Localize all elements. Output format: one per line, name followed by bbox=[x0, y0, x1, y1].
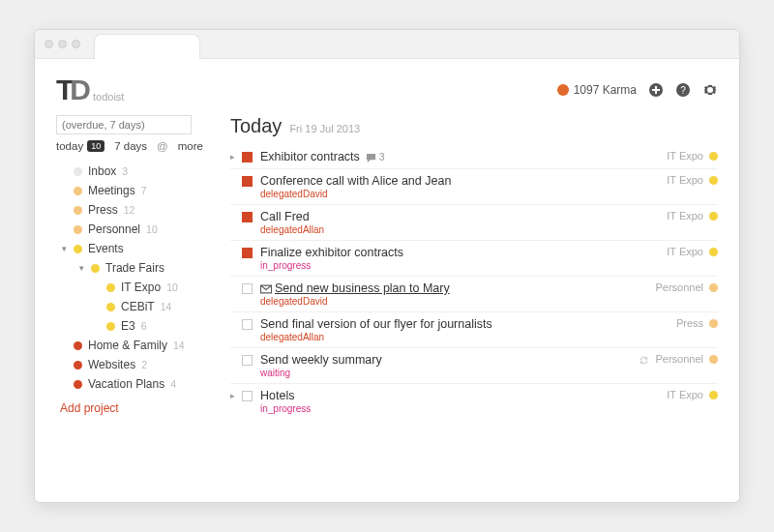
karma-indicator[interactable]: 1097 Karma bbox=[557, 83, 637, 97]
task-project-label: IT Expo bbox=[667, 150, 703, 162]
sidebar-item-trade-fairs[interactable]: ▾Trade Fairs bbox=[56, 258, 221, 278]
mail-icon bbox=[260, 281, 275, 295]
app-window: TD todoist 1097 Karma ? bbox=[34, 29, 740, 503]
sidebar-item-meetings[interactable]: Meetings7 bbox=[56, 181, 221, 200]
sidebar-item-home-family[interactable]: Home & Family14 bbox=[56, 336, 221, 355]
comments-icon[interactable]: 3 bbox=[366, 151, 385, 163]
sidebar-item-events[interactable]: ▾Events bbox=[56, 239, 221, 258]
task-subtext: delegatedAllan bbox=[260, 332, 676, 342]
karma-value: 1097 Karma bbox=[574, 83, 637, 97]
sidebar-item-it-expo[interactable]: IT Expo10 bbox=[56, 278, 221, 297]
task-body: Send weekly summarywaiting bbox=[260, 353, 639, 378]
help-icon[interactable]: ? bbox=[675, 82, 691, 98]
filter-7days[interactable]: 7 days bbox=[114, 140, 147, 152]
task-checkbox[interactable] bbox=[242, 319, 253, 330]
project-color-dot bbox=[106, 322, 115, 331]
window-controls[interactable] bbox=[45, 40, 80, 48]
sidebar-item-e3[interactable]: E36 bbox=[56, 316, 221, 336]
add-project-link[interactable]: Add project bbox=[56, 401, 221, 415]
project-color-dot bbox=[74, 361, 82, 369]
project-label: Press bbox=[88, 203, 118, 217]
project-label: Trade Fairs bbox=[105, 261, 164, 275]
task-body: Call FreddelegatedAllan bbox=[260, 210, 667, 235]
filter-tabs: today 10 7 days @ more bbox=[56, 140, 221, 152]
project-color-dot bbox=[709, 248, 718, 256]
filter-today[interactable]: today 10 bbox=[56, 140, 104, 152]
project-label: IT Expo bbox=[121, 281, 161, 294]
chevron-right-icon: ▸ bbox=[230, 150, 240, 162]
karma-dot-icon bbox=[557, 84, 569, 96]
task-checkbox[interactable] bbox=[242, 283, 253, 294]
project-label: Websites bbox=[88, 358, 135, 371]
project-label: Inbox bbox=[88, 164, 116, 178]
logo-mark: TD bbox=[56, 74, 87, 106]
top-right: 1097 Karma ? bbox=[557, 82, 718, 98]
project-count: 14 bbox=[161, 301, 172, 312]
project-label: CEBiT bbox=[121, 300, 155, 313]
project-color-dot bbox=[74, 187, 82, 195]
chevron-right-icon: ▸ bbox=[230, 389, 240, 400]
task-row[interactable]: Send weekly summarywaitingPersonnel bbox=[230, 348, 718, 384]
task-body: Finalize exhibitor contractsin_progress bbox=[260, 246, 667, 271]
project-count: 14 bbox=[173, 340, 185, 351]
task-checkbox[interactable] bbox=[242, 212, 253, 222]
sidebar-item-inbox[interactable]: Inbox3 bbox=[56, 162, 221, 181]
task-meta: IT Expo bbox=[667, 246, 718, 257]
main-header: Today Fri 19 Jul 2013 bbox=[230, 115, 718, 137]
main-panel: Today Fri 19 Jul 2013 ▸Exhibitor contrac… bbox=[221, 115, 718, 492]
task-row[interactable]: Send new business plan to MarydelegatedD… bbox=[230, 277, 718, 312]
filter-more[interactable]: more bbox=[178, 140, 203, 152]
project-label: Vacation Plans bbox=[88, 377, 164, 391]
project-color-dot bbox=[74, 380, 82, 389]
filter-today-label: today bbox=[56, 140, 83, 152]
project-color-dot bbox=[74, 225, 82, 234]
sidebar-item-vacation-plans[interactable]: Vacation Plans4 bbox=[56, 374, 221, 394]
sidebar-item-websites[interactable]: Websites2 bbox=[56, 355, 221, 374]
task-meta: Personnel bbox=[655, 281, 718, 293]
task-title: Hotels bbox=[260, 389, 667, 402]
task-project-label: Personnel bbox=[655, 281, 703, 293]
project-color-dot bbox=[709, 212, 718, 221]
task-subtext: waiting bbox=[260, 368, 639, 378]
task-row[interactable]: ▸Hotelsin_progressIT Expo bbox=[230, 384, 718, 419]
svg-rect-2 bbox=[652, 89, 660, 91]
recurring-icon bbox=[639, 353, 649, 366]
task-checkbox[interactable] bbox=[242, 391, 253, 401]
sidebar-item-cebit[interactable]: CEBiT14 bbox=[56, 297, 221, 316]
top-bar: TD todoist 1097 Karma ? bbox=[56, 69, 718, 111]
filter-input[interactable] bbox=[56, 115, 192, 134]
project-color-dot bbox=[74, 245, 82, 253]
page-title: Today bbox=[230, 115, 282, 137]
task-project-label: IT Expo bbox=[667, 246, 703, 257]
chevron-down-icon: ▾ bbox=[60, 244, 68, 253]
project-color-dot bbox=[709, 355, 718, 364]
task-list: ▸Exhibitor contracts 3IT ExpoConference … bbox=[230, 145, 718, 419]
project-color-dot bbox=[709, 391, 718, 399]
task-checkbox[interactable] bbox=[242, 248, 253, 258]
task-subtext: delegatedDavid bbox=[260, 296, 655, 307]
task-checkbox[interactable] bbox=[242, 152, 253, 163]
browser-chrome bbox=[35, 30, 739, 59]
sidebar-item-press[interactable]: Press12 bbox=[56, 200, 221, 220]
task-checkbox[interactable] bbox=[242, 355, 253, 366]
task-row[interactable]: Conference call with Alice and Jeandeleg… bbox=[230, 169, 718, 205]
task-title: Send final version of our flyer for jour… bbox=[260, 317, 676, 331]
page-date: Fri 19 Jul 2013 bbox=[289, 123, 360, 134]
task-row[interactable]: Finalize exhibitor contractsin_progressI… bbox=[230, 241, 718, 277]
task-row[interactable]: ▸Exhibitor contracts 3IT Expo bbox=[230, 145, 718, 169]
task-meta: Personnel bbox=[639, 353, 718, 366]
project-count: 10 bbox=[166, 281, 178, 293]
project-color-dot bbox=[74, 167, 82, 176]
project-label: E3 bbox=[121, 319, 135, 333]
gear-icon[interactable] bbox=[702, 82, 718, 98]
task-checkbox[interactable] bbox=[242, 176, 253, 187]
task-row[interactable]: Send final version of our flyer for jour… bbox=[230, 312, 718, 348]
filter-at-icon[interactable]: @ bbox=[157, 140, 168, 152]
add-icon[interactable] bbox=[648, 82, 664, 98]
task-project-label: IT Expo bbox=[667, 174, 703, 186]
task-body: Hotelsin_progress bbox=[260, 389, 667, 414]
task-row[interactable]: Call FreddelegatedAllanIT Expo bbox=[230, 205, 718, 241]
sidebar-item-personnel[interactable]: Personnel10 bbox=[56, 220, 221, 239]
browser-tab[interactable] bbox=[94, 34, 200, 59]
project-color-dot bbox=[74, 341, 82, 350]
